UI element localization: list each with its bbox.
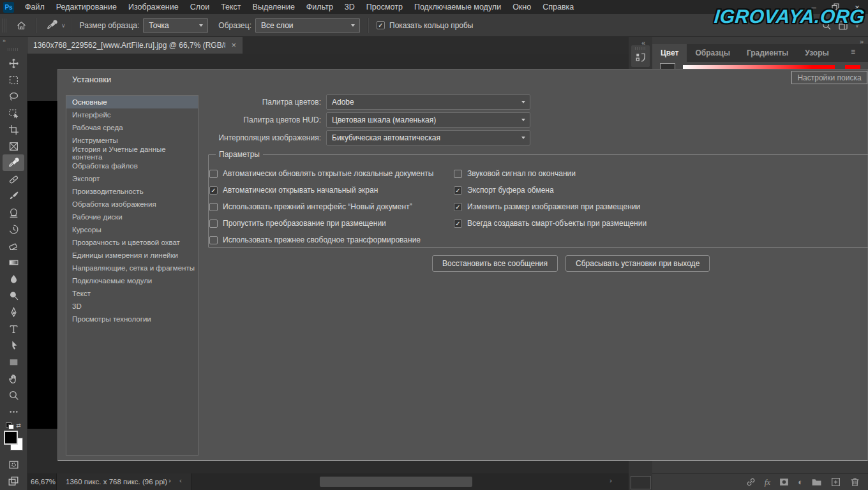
- dialog-button[interactable]: Восстановить все сообщения: [432, 255, 558, 272]
- option-row[interactable]: Изменить размер изображения при размещен…: [454, 198, 647, 215]
- move-tool[interactable]: [3, 55, 24, 71]
- menu-item[interactable]: Редактирование: [50, 0, 123, 14]
- preferences-section-item[interactable]: Подключаемые модули: [66, 274, 198, 287]
- object-selection-tool[interactable]: [3, 105, 24, 121]
- sample-size-select[interactable]: Точка: [143, 18, 208, 33]
- scroll-left-arrow-icon[interactable]: ‹: [179, 477, 182, 484]
- preferences-section-item[interactable]: Курсоры: [66, 223, 198, 236]
- panel-tab[interactable]: Образцы: [687, 44, 738, 62]
- panel-tab[interactable]: Узоры: [797, 44, 837, 62]
- preferences-section-item[interactable]: История и Учетные данные контента: [66, 147, 198, 160]
- option-row[interactable]: Звуковой сигнал по окончании: [454, 165, 647, 182]
- rectangle-tool[interactable]: [3, 353, 24, 370]
- options-bar-grip[interactable]: [2, 19, 6, 33]
- lasso-tool[interactable]: [3, 88, 24, 105]
- delete-layer-icon[interactable]: [849, 477, 860, 487]
- quick-mask-button[interactable]: [3, 456, 24, 473]
- zoom-level[interactable]: 66,67%: [31, 478, 56, 486]
- crop-tool[interactable]: [3, 121, 24, 138]
- preferences-section-item[interactable]: Единицы измерения и линейки: [66, 249, 198, 262]
- checkbox[interactable]: [209, 170, 218, 178]
- checkbox[interactable]: [454, 219, 462, 228]
- preferences-section-item[interactable]: Экспорт: [66, 172, 198, 185]
- checkbox[interactable]: [209, 219, 218, 228]
- checkbox[interactable]: [209, 203, 218, 211]
- preferences-section-item[interactable]: Рабочие диски: [66, 211, 198, 223]
- path-selection-tool[interactable]: [3, 337, 24, 353]
- zoom-tool[interactable]: [3, 387, 24, 403]
- menu-item[interactable]: Изображение: [123, 0, 184, 14]
- default-colors-icon[interactable]: [6, 422, 13, 429]
- show-ring-checkbox[interactable]: [377, 21, 385, 29]
- menu-item[interactable]: Просмотр: [361, 0, 408, 14]
- collapsed-clone-source-panel-button[interactable]: [631, 45, 650, 67]
- home-button[interactable]: [11, 17, 31, 34]
- dialog-button[interactable]: Сбрасывать установки при выходе: [565, 255, 710, 272]
- image-interpolation-select[interactable]: Бикубическая автоматическая: [326, 130, 530, 145]
- clone-stamp-tool[interactable]: [3, 204, 24, 221]
- sample-select[interactable]: Все слои: [255, 18, 360, 33]
- checkbox[interactable]: [209, 186, 218, 195]
- adjustment-layer-icon[interactable]: ◐: [798, 477, 803, 487]
- blur-tool[interactable]: [3, 271, 24, 287]
- checkbox[interactable]: [454, 186, 462, 195]
- toolbar-expand[interactable]: »: [0, 36, 27, 47]
- type-tool[interactable]: [3, 320, 24, 337]
- menu-item[interactable]: Окно: [507, 0, 537, 14]
- document-tab[interactable]: 1360x768_229562_[www.ArtFile.ru].jpg @ 6…: [27, 36, 243, 54]
- hud-color-picker-select[interactable]: Цветовая шкала (маленькая): [326, 112, 530, 128]
- pen-tool[interactable]: [3, 304, 24, 320]
- new-layer-icon[interactable]: [830, 477, 841, 487]
- menu-item[interactable]: 3D: [339, 0, 361, 14]
- checkbox[interactable]: [454, 203, 462, 211]
- chevron-down-icon[interactable]: ∨: [61, 22, 66, 29]
- gradient-tool[interactable]: [3, 254, 24, 271]
- brush-tool[interactable]: [3, 188, 24, 204]
- preferences-section-item[interactable]: 3D: [66, 300, 198, 313]
- preferences-section-item[interactable]: Обработка изображения: [66, 198, 198, 211]
- option-row[interactable]: Автоматически открывать начальный экран: [209, 182, 433, 198]
- preferences-section-item[interactable]: Текст: [66, 287, 198, 300]
- swap-colors-icon[interactable]: ⇄: [16, 422, 21, 429]
- hand-tool[interactable]: [3, 370, 24, 387]
- eraser-tool[interactable]: [3, 237, 24, 254]
- status-forward-icon[interactable]: ›: [168, 477, 171, 484]
- menu-item[interactable]: Справка: [537, 0, 580, 14]
- menu-item[interactable]: Текст: [215, 0, 246, 14]
- menu-item[interactable]: Фильтр: [301, 0, 339, 14]
- close-tab-icon[interactable]: ×: [231, 40, 236, 50]
- checkbox[interactable]: [454, 170, 462, 178]
- option-row[interactable]: Экспорт буфера обмена: [454, 182, 647, 198]
- option-row[interactable]: Использовать прежний интерфейс “Новый до…: [209, 198, 433, 215]
- color-picker-select[interactable]: Adobe: [326, 94, 530, 110]
- frame-tool[interactable]: [3, 138, 24, 154]
- marquee-tool[interactable]: [3, 71, 24, 88]
- menu-item[interactable]: Слои: [184, 0, 215, 14]
- preferences-section-item[interactable]: Прозрачность и цветовой охват: [66, 236, 198, 249]
- option-row[interactable]: Всегда создавать смарт-объекты при разме…: [454, 215, 647, 232]
- history-brush-tool[interactable]: [3, 221, 24, 237]
- preferences-section-item[interactable]: Обработка файлов: [66, 160, 198, 172]
- checkbox[interactable]: [209, 236, 218, 244]
- horizontal-scrollbar-thumb[interactable]: [320, 477, 472, 487]
- preferences-section-item[interactable]: Направляющие, сетка и фрагменты: [66, 262, 198, 274]
- eyedropper-tool[interactable]: [3, 154, 24, 171]
- toolbar-grip[interactable]: [8, 48, 19, 51]
- layer-mask-icon[interactable]: [779, 477, 789, 487]
- panel-menu-icon[interactable]: ≡: [851, 47, 855, 56]
- tool-preset-eyedropper[interactable]: [42, 17, 61, 34]
- option-row[interactable]: Автоматически обновлять открытые локальн…: [209, 165, 433, 182]
- more-tools[interactable]: [3, 403, 24, 420]
- option-row[interactable]: Пропустить преобразование при размещении: [209, 215, 433, 232]
- menu-item[interactable]: Подключаемые модули: [408, 0, 507, 14]
- menu-item[interactable]: Выделение: [247, 0, 301, 14]
- layer-effects-icon[interactable]: fx: [765, 477, 770, 487]
- dodge-tool[interactable]: [3, 287, 24, 304]
- document-info[interactable]: 1360 пикс. x 768 пикс. (96 ppi): [56, 473, 191, 490]
- group-layers-icon[interactable]: [811, 477, 822, 487]
- option-row[interactable]: Использовать прежнее свободное трансформ…: [209, 232, 433, 248]
- screen-mode-button[interactable]: [3, 473, 24, 489]
- foreground-color-swatch[interactable]: [4, 431, 18, 445]
- link-layers-icon[interactable]: [745, 477, 756, 487]
- panel-tab[interactable]: Цвет: [652, 44, 687, 62]
